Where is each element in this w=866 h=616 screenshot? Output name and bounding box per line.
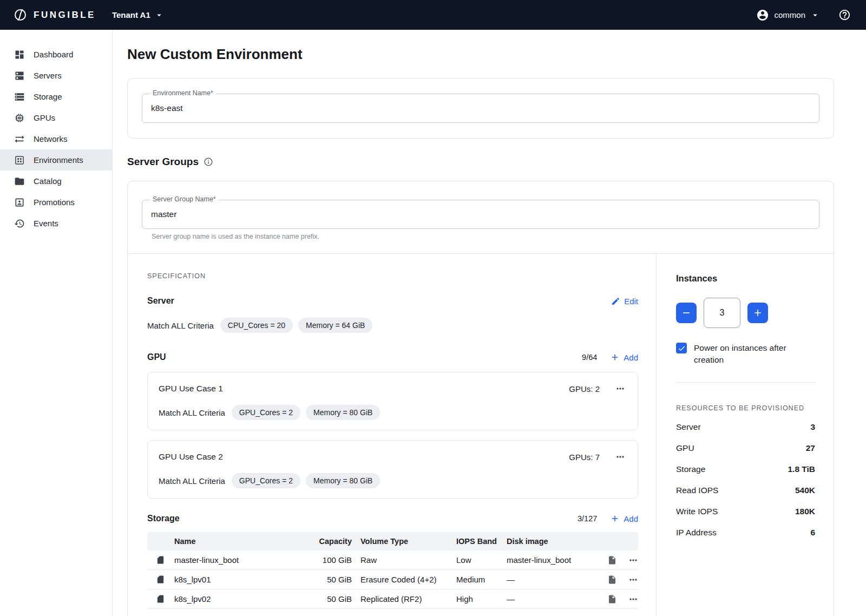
match-criteria-label: Match ALL Criteria (159, 476, 225, 486)
gpu-use-case-card: GPU Use Case 2 GPUs: 7 (147, 440, 638, 499)
storage-volume-type: Replicated (RF2) (352, 594, 456, 604)
disk-icon (147, 594, 174, 604)
storage-row-menu-button[interactable] (627, 593, 640, 606)
criteria-chip: Memory = 64 GiB (298, 318, 372, 333)
server-groups-heading: Server Groups (127, 156, 199, 168)
panel-divider (676, 382, 815, 383)
specification-label: SPECIFICATION (147, 272, 638, 280)
resource-row: GPU 27 (676, 442, 815, 454)
help-icon (838, 9, 851, 21)
sidebar-item-dashboard[interactable]: Dashboard (0, 44, 112, 65)
storage-row-menu-button[interactable] (627, 573, 640, 586)
user-menu[interactable]: common (753, 8, 823, 22)
sidebar-item-label: Dashboard (34, 50, 73, 59)
gpu-use-case-menu-button[interactable] (614, 382, 627, 395)
criteria-chip: CPU_Cores = 20 (220, 318, 293, 333)
match-criteria-label: Match ALL Criteria (147, 321, 214, 330)
gpu-use-case-card: GPU Use Case 1 GPUs: 2 (147, 372, 638, 430)
environment-name-card: Environment Name* (127, 78, 834, 139)
plus-icon (752, 307, 763, 318)
server-group-name-input[interactable] (142, 200, 819, 228)
file-icon[interactable] (607, 575, 627, 585)
storage-volume-type: Raw (352, 555, 456, 565)
tenant-label: Tenant A1 (112, 10, 150, 19)
match-criteria-label: Match ALL Criteria (159, 408, 225, 417)
server-group-helper-text: Server group name is used as the instanc… (152, 233, 819, 240)
specification-section: SPECIFICATION Server Edit Match ALL Crit… (128, 254, 656, 616)
storage-capacity: 100 GiB (290, 555, 352, 565)
column-header-capacity: Capacity (290, 537, 352, 546)
column-header-iops-band: IOPS Band (456, 537, 507, 546)
sidebar-item-promotions[interactable]: Promotions (0, 192, 112, 213)
dashboard-icon (14, 49, 25, 60)
resource-label: Read IOPS (676, 486, 718, 495)
storage-capacity: 50 GiB (290, 575, 352, 584)
storage-row-menu-button[interactable] (627, 554, 640, 567)
criteria-chip: Memory = 80 GiB (306, 473, 380, 488)
brand-name: FUNGIBLE (34, 10, 96, 21)
environment-name-input[interactable] (142, 94, 819, 122)
storage-capacity: 50 GiB (290, 594, 352, 604)
file-icon[interactable] (607, 555, 627, 565)
tenant-selector[interactable]: Tenant A1 (109, 10, 167, 21)
gpu-use-case-name: GPU Use Case 2 (159, 452, 223, 462)
power-on-checkbox-row[interactable]: Power on instances after creation (676, 342, 815, 366)
file-icon[interactable] (607, 594, 627, 604)
sidebar-item-storage[interactable]: Storage (0, 86, 112, 107)
chevron-down-icon (154, 10, 164, 20)
disk-icon (147, 555, 174, 565)
criteria-chip: Memory = 80 GiB (306, 405, 380, 420)
more-horiz-icon (628, 574, 639, 585)
resource-label: Write IOPS (676, 507, 718, 516)
help-button[interactable] (838, 9, 851, 21)
more-horiz-icon (628, 594, 639, 605)
fungible-logo-icon (13, 8, 28, 22)
table-row: master-linux_boot 100 GiB Raw Low master… (147, 551, 638, 570)
resource-value: 6 (810, 528, 815, 538)
info-icon[interactable] (204, 157, 213, 167)
sidebar-item-environments[interactable]: Environments (0, 149, 112, 171)
sidebar-item-label: Environments (34, 155, 83, 165)
sidebar-item-events[interactable]: Events (0, 213, 112, 234)
server-group-name-field: Server Group Name* (142, 200, 819, 229)
gpu-chip-icon (14, 113, 25, 123)
chevron-down-icon (810, 10, 820, 20)
sidebar-item-gpus[interactable]: GPUs (0, 107, 112, 128)
column-header-name: Name (174, 537, 290, 546)
sidebar-item-networks[interactable]: Networks (0, 128, 112, 149)
storage-table-header: Name Capacity Volume Type IOPS Band Disk… (147, 532, 638, 551)
sidebar-item-label: Promotions (34, 198, 75, 207)
resource-value: 3 (810, 422, 815, 432)
server-section-title: Server (147, 296, 174, 306)
resource-label: GPU (676, 443, 694, 453)
sidebar-item-label: Networks (34, 134, 68, 143)
pencil-icon (611, 297, 620, 306)
more-horiz-icon (615, 383, 626, 394)
checkbox-checked-icon[interactable] (676, 343, 687, 353)
storage-disk-image: — (507, 575, 607, 584)
storage-name: k8s_lpv01 (174, 575, 290, 584)
instance-count-input[interactable] (704, 298, 740, 328)
criteria-chip: GPU_Cores = 2 (232, 405, 300, 420)
gpu-use-case-menu-button[interactable] (614, 450, 627, 463)
gpu-use-case-count: GPUs: 7 (569, 453, 600, 462)
add-storage-button[interactable]: Add (610, 514, 638, 523)
edit-server-button[interactable]: Edit (611, 297, 638, 306)
server-group-name-label: Server Group Name* (150, 195, 219, 203)
more-horiz-icon (615, 451, 626, 462)
plus-icon (610, 514, 620, 523)
sidebar-item-label: Servers (34, 71, 62, 80)
storage-iops-band: High (456, 594, 507, 604)
sidebar: Dashboard Servers Storage GPUs Networks … (0, 30, 113, 616)
page-title: New Custom Environment (127, 46, 834, 63)
add-gpu-button[interactable]: Add (610, 352, 638, 362)
add-label: Add (624, 514, 638, 523)
storage-name: master-linux_boot (174, 555, 290, 565)
sidebar-item-servers[interactable]: Servers (0, 65, 112, 86)
sidebar-item-catalog[interactable]: Catalog (0, 171, 112, 192)
increment-instances-button[interactable] (747, 303, 768, 323)
account-icon (756, 9, 769, 22)
storage-icon (14, 91, 25, 102)
decrement-instances-button[interactable] (676, 303, 697, 323)
main-content: New Custom Environment Environment Name*… (113, 30, 866, 616)
